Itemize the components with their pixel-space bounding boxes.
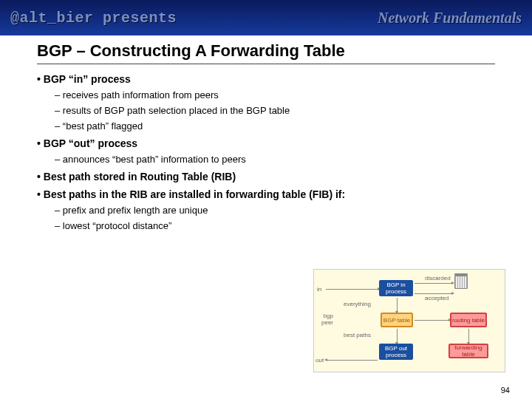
trash-icon bbox=[454, 276, 468, 289]
bullet-rib: Best path stored in Routing Table (RIB) bbox=[37, 171, 495, 183]
label-best-paths: best paths bbox=[344, 332, 371, 338]
box-bgp-table: BGP table bbox=[381, 313, 413, 327]
sub-announces: announces “best path” information to pee… bbox=[55, 154, 495, 165]
sub-best-flagged: “best path” flagged bbox=[55, 120, 495, 132]
slide-content: BGP – Constructing A Forwarding Table BG… bbox=[0, 35, 532, 231]
box-routing-table: routing table bbox=[450, 313, 487, 327]
label-discarded: discarded bbox=[425, 275, 451, 282]
arrow-accepted bbox=[415, 293, 451, 294]
box-bgp-in: BGP in process bbox=[379, 280, 413, 296]
arrow-table-to-out bbox=[397, 329, 398, 342]
bullet-fib: Best paths in the RIB are installed in f… bbox=[37, 188, 495, 200]
arrow-discarded bbox=[415, 283, 451, 284]
label-everything: everything bbox=[344, 301, 371, 307]
sub-receives: receives path information from peers bbox=[55, 89, 495, 100]
label-out: out bbox=[316, 357, 324, 364]
header-left: @alt_bier presents bbox=[10, 10, 177, 27]
arrow-out bbox=[327, 360, 378, 361]
box-forwarding-table: forwarding table bbox=[449, 344, 488, 358]
sub-protocol-distance: lowest “protocol distance” bbox=[55, 220, 495, 231]
bullet-in-process: BGP “in” process bbox=[37, 73, 495, 85]
title-rule bbox=[37, 64, 495, 64]
label-bgp-peer: bgp peer bbox=[316, 313, 333, 326]
label-in: in bbox=[317, 286, 321, 293]
arrow-in bbox=[326, 289, 378, 290]
label-accepted: accepted bbox=[425, 295, 449, 301]
sub-results: results of BGP path selection placed in … bbox=[55, 105, 495, 116]
slide-title: BGP – Constructing A Forwarding Table bbox=[37, 41, 495, 61]
header-right: Network Fundamentals bbox=[378, 10, 522, 27]
arrow-rib-to-fib bbox=[468, 329, 469, 342]
flow-diagram: in BGP in process discarded accepted eve… bbox=[313, 269, 505, 372]
bullet-out-process: BGP “out” process bbox=[37, 137, 495, 149]
slide-header: @alt_bier presents Network Fundamentals bbox=[0, 0, 532, 35]
page-number: 94 bbox=[501, 386, 510, 395]
arrow-to-rib bbox=[415, 320, 449, 321]
sub-prefix-unique: prefix and prefix length are unique bbox=[55, 205, 495, 216]
box-bgp-out: BGP out process bbox=[379, 344, 413, 360]
arrow-in-to-table bbox=[397, 298, 398, 311]
